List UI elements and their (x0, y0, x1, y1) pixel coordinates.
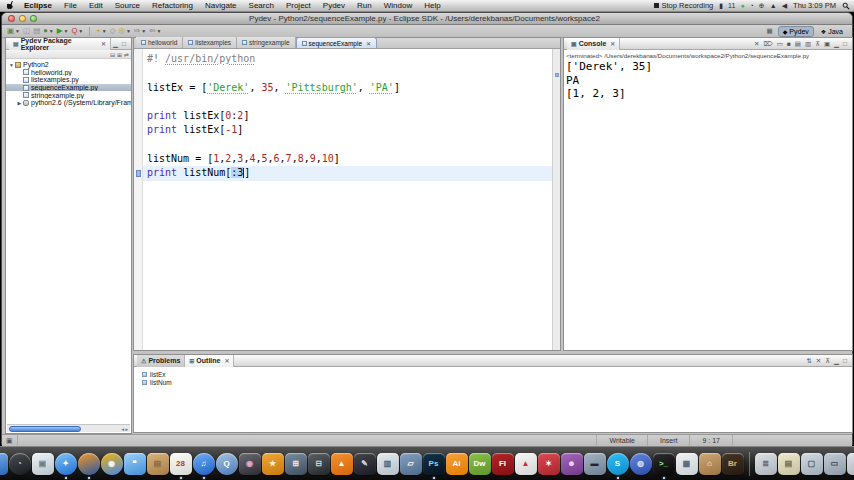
dock-icon-firefox[interactable] (78, 453, 100, 475)
close-tab-icon[interactable]: ✕ (224, 357, 229, 364)
dock-icon-safari[interactable]: ✦ (55, 453, 77, 475)
dock-icon-box-app[interactable]: ▤ (147, 453, 169, 475)
tab-close-glyph[interactable]: ✕ (101, 40, 106, 47)
dock-icon-chrome[interactable]: ◉ (101, 453, 123, 475)
dropdown-arrow-icon[interactable]: ▼ (141, 26, 146, 36)
dropdown-arrow-icon[interactable]: ▼ (102, 26, 107, 36)
close-tab-icon[interactable]: ✕ (366, 40, 371, 47)
console-output[interactable]: ['Derek', 35]PA[1, 2, 3] (564, 60, 852, 101)
menu-project[interactable]: Project (280, 1, 317, 10)
print-icon[interactable]: ▤ (33, 26, 40, 36)
dock-icon-flash[interactable]: Fl (492, 453, 514, 475)
scrollbar-arrows[interactable]: ◂ ▸ (122, 426, 130, 432)
tab-package-explorer[interactable]: ▤ Pydev Package Explorer ✕ (9, 38, 111, 50)
console-action-icon[interactable]: ▁ (832, 40, 841, 47)
dock-icon-acrobat[interactable]: ▲ (515, 453, 537, 475)
menu-source[interactable]: Source (109, 1, 146, 10)
console-action-icon[interactable]: ▭ (775, 40, 785, 47)
tree-item-listexamples-py[interactable]: listexamples.py (6, 76, 131, 84)
dock-icon-terminal[interactable]: >_ (653, 453, 675, 475)
dropdown-arrow-icon[interactable]: ▼ (64, 26, 69, 36)
external-tools-icon[interactable]: Q▼ (71, 26, 83, 36)
wand-icon[interactable]: ⌁▼ (96, 26, 106, 36)
dock-icon-dashboard[interactable]: ◔ (9, 453, 31, 475)
menu-pydev[interactable]: Pydev (317, 1, 351, 10)
console-action-icon[interactable]: ⊼ (813, 40, 822, 47)
dock-icon-itunes[interactable]: ♫ (193, 453, 215, 475)
menu-clock[interactable]: Thu 3:09 PM (793, 1, 836, 10)
bottom-action-icon[interactable]: ⊼ (823, 357, 832, 364)
menu-eclipse[interactable]: Eclipse (18, 1, 58, 10)
zoom-button[interactable] (30, 15, 37, 22)
apple-menu-icon[interactable] (4, 1, 18, 10)
battery-icon[interactable]: 11 (728, 2, 735, 10)
dock-icon-trash[interactable]: ▥ (847, 453, 854, 475)
dock-icon-ical[interactable]: 28 (170, 453, 192, 475)
tab-outline[interactable]: ⊞Outline✕ (185, 355, 234, 367)
dock-icon-minimized-window[interactable]: ▭ (824, 453, 846, 475)
debug-icon[interactable]: ●▼ (43, 26, 53, 36)
console-action-icon[interactable]: ■ (785, 40, 793, 47)
console-action-icon[interactable]: ▥ (803, 40, 813, 47)
new-wizard-icon[interactable]: ▣▼ (7, 26, 20, 36)
universal-access-icon[interactable]: ⊕ (759, 2, 765, 10)
console-action-icon[interactable]: ▤ (793, 40, 803, 47)
menu-file[interactable]: File (58, 1, 83, 10)
overview-ruler[interactable] (552, 49, 560, 350)
prev-annotation-icon[interactable]: ⇦▼ (149, 26, 161, 36)
view-minmax-icon[interactable]: □ (120, 40, 128, 47)
tree-expander[interactable]: ▼ (8, 62, 15, 68)
close-button[interactable] (8, 15, 15, 22)
scrollbar-thumb[interactable] (9, 426, 81, 432)
view-toolbar-icon[interactable]: ⊞ (117, 51, 122, 58)
next-annotation-icon[interactable]: ⇨▼ (134, 26, 146, 36)
dock-icon-pen-app[interactable]: ✎ (354, 453, 376, 475)
annotation-ruler[interactable] (134, 49, 143, 350)
window-titlebar[interactable]: Pydev - Python2/sequenceExample.py - Ecl… (2, 13, 852, 25)
tab-problems[interactable]: ⚠Problems (137, 355, 185, 367)
dock-icon-dreamweaver[interactable]: Dw (469, 453, 491, 475)
run-icon[interactable]: ▶▼ (57, 26, 69, 36)
dock-icon-red-app[interactable]: ✶ (538, 453, 560, 475)
dropdown-arrow-icon[interactable]: ▼ (49, 26, 54, 36)
dock-icon-skype[interactable]: S (607, 453, 629, 475)
bottom-action-icon[interactable]: ▁ (832, 357, 841, 364)
tree-item-python2-6-system-library-frameworks[interactable]: ▶python2.6 (/System/Library/Frameworks (6, 99, 131, 107)
view-toolbar-icon[interactable]: ⇄ (124, 51, 129, 58)
dock-icon-stack-notes[interactable]: ▤ (778, 453, 800, 475)
dock-icon-imovie[interactable]: ▬ (584, 453, 606, 475)
dock-icon-shop-app[interactable]: ⌂ (699, 453, 721, 475)
bottom-action-icon[interactable]: ✕ (814, 357, 823, 364)
tree-item-sequenceexample-py[interactable]: sequenceExample.py (6, 84, 131, 92)
dock-icon-star-app[interactable]: ★ (262, 453, 284, 475)
bottom-action-icon[interactable]: ⇅ (804, 357, 813, 364)
dropdown-arrow-icon[interactable]: ▼ (15, 26, 20, 36)
console-action-icon[interactable]: ⌦ (762, 40, 775, 47)
editor-tab-helloworld[interactable]: helloworld (136, 37, 183, 48)
minimize-button[interactable] (19, 15, 26, 22)
dock-icon-globe-app[interactable]: ◍ (630, 453, 652, 475)
editor-tab-listexamples[interactable]: listexamples (183, 37, 237, 48)
dropdown-arrow-icon[interactable]: ▼ (157, 26, 162, 36)
bookmark-icon[interactable]: ◇ (110, 26, 116, 36)
dock-icon-sheet-app[interactable]: ▦ (676, 453, 698, 475)
dock-icon-stack-downloads[interactable]: ▢ (801, 453, 823, 475)
dock-icon-spaces[interactable]: ⊞ (285, 453, 307, 475)
dock-icon-photoshop[interactable]: Ps (423, 453, 445, 475)
perspective-java[interactable]: ❖Java (817, 27, 847, 36)
outline-item-listnum[interactable]: listNum (142, 378, 852, 386)
tab-close-glyph[interactable]: ✕ (610, 40, 615, 47)
dock-icon-photo-booth[interactable]: ◉ (239, 453, 261, 475)
tree-item-helloworld-py[interactable]: helloworld.py (6, 69, 131, 77)
dock-icon-expose[interactable]: ⊟ (308, 453, 330, 475)
dropdown-arrow-icon[interactable]: ▼ (126, 26, 131, 36)
spotlight-icon[interactable] (842, 2, 850, 10)
wifi-icon[interactable]: ▲ (770, 2, 777, 10)
fast-view-icon[interactable]: ▣ (2, 435, 18, 447)
menu-edit[interactable]: Edit (83, 1, 109, 10)
dock-icon-purple-app[interactable]: ☻ (561, 453, 583, 475)
menu-run[interactable]: Run (351, 1, 378, 10)
volume-icon[interactable]: ◀ (782, 2, 787, 10)
menu-help[interactable]: Help (418, 1, 446, 10)
console-action-icon[interactable]: □ (841, 40, 849, 47)
